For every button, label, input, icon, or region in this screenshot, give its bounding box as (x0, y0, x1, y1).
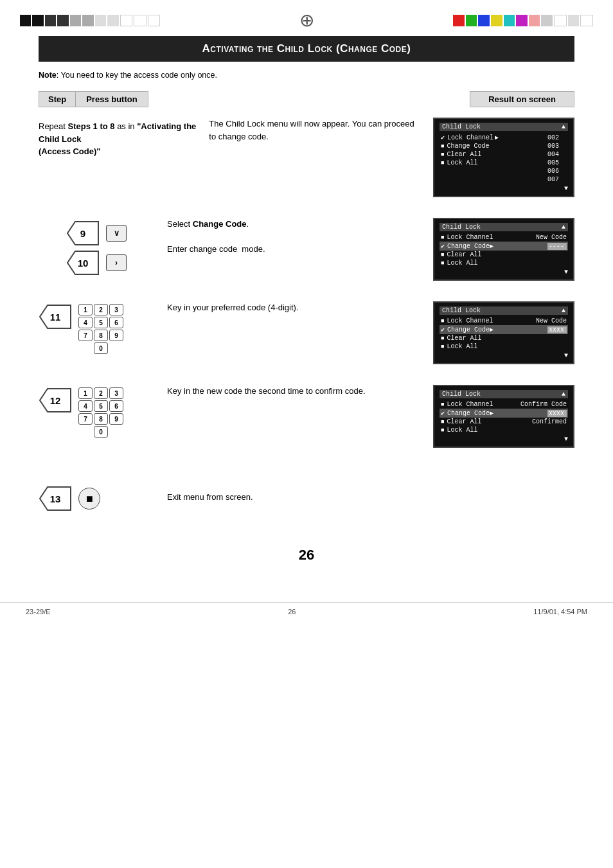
key-3[interactable]: 3 (109, 387, 123, 399)
numpad-12: 1 2 3 4 5 6 7 8 9 0 (78, 387, 123, 438)
footer-right: 11/9/01, 4:54 PM (533, 608, 587, 616)
key-8[interactable]: 8 (94, 413, 108, 425)
key-1[interactable]: 1 (78, 387, 93, 399)
header-row: Step Press button Result on screen (39, 91, 574, 107)
color-swatch (32, 15, 43, 26)
tv-screen-3: Child Lock ▲ ■ Lock Channel New Code ✔ C… (433, 301, 574, 364)
key-5[interactable]: 5 (94, 317, 108, 328)
menu-item: ✔ Lock Channel ▶ 002 (440, 133, 568, 142)
tv-screen-4: Child Lock ▲ ■ Lock Channel Confirm Code… (433, 385, 574, 448)
color-swatch (45, 15, 56, 26)
menu-item: ■ Lock Channel New Code (440, 317, 568, 325)
crosshair-icon: ⊕ (299, 12, 314, 30)
menu-item: ■ Clear All Confirmed (440, 418, 568, 426)
key-8[interactable]: 8 (94, 330, 108, 341)
step-row-12: 12 1 2 3 4 5 6 7 8 9 0 Key in the new co… (39, 385, 574, 448)
color-swatch (82, 15, 93, 26)
color-swatch (580, 15, 593, 26)
page-number: 26 (39, 547, 574, 563)
menu-item: ■ Change Code 003 (440, 142, 568, 150)
color-swatch (529, 15, 540, 26)
step-intro-text: Repeat Steps 1 to 8 as in "Activating th… (39, 120, 196, 158)
key-7[interactable]: 7 (78, 413, 93, 425)
note-label: Note (39, 71, 57, 80)
step-9-10-desc: Select Change Code.Enter change code mod… (154, 218, 433, 256)
color-swatch (148, 15, 160, 26)
key-0[interactable]: 0 (94, 342, 108, 354)
v-button[interactable]: ∨ (106, 225, 127, 242)
key-2[interactable]: 2 (94, 387, 108, 399)
color-swatch (466, 15, 477, 26)
color-swatch (541, 15, 553, 26)
menu-item-selected: ✔ Change Code ▶ ---- (440, 242, 568, 251)
step-13-badge: 13 (39, 486, 72, 511)
key-0[interactable]: 0 (94, 426, 108, 438)
step-9-10-screen: Child Lock ▲ ■ Lock Channel New Code ✔ C… (433, 218, 574, 281)
step-row-9-10: 9 ∨ 10 › Select Change Code.Enter change… (39, 218, 574, 281)
key-4[interactable]: 4 (78, 317, 93, 328)
color-swatch (504, 15, 515, 26)
footer-center: 26 (288, 608, 296, 616)
step-intro-desc: The Child Lock menu will now appear. You… (196, 118, 433, 143)
step-11-screen: Child Lock ▲ ■ Lock Channel New Code ✔ C… (433, 301, 574, 364)
step-12-screen: Child Lock ▲ ■ Lock Channel Confirm Code… (433, 385, 574, 448)
menu-item-selected: ✔ Change Code ▶ xxxx (440, 409, 568, 418)
header-result: Result on screen (470, 91, 574, 107)
color-swatch (70, 15, 81, 26)
step-intro-screen: Child Lock ▲ ✔ Lock Channel ▶ 002 ■ Chan… (433, 118, 574, 197)
header-step: Step (39, 91, 75, 107)
step-10-badge: 10 (66, 250, 100, 276)
menu-title: Child Lock ▲ (440, 306, 568, 315)
color-swatch (134, 15, 146, 26)
step-intro-left: Repeat Steps 1 to 8 as in "Activating th… (39, 118, 196, 158)
arrow-down: ▼ (440, 269, 568, 276)
menu-item: ■ Clear All (440, 251, 568, 259)
key-2[interactable]: 2 (94, 304, 108, 315)
arrow-down: ▼ (440, 436, 568, 443)
key-1[interactable]: 1 (78, 304, 93, 315)
key-9[interactable]: 9 (109, 413, 123, 425)
color-strip-right (452, 15, 594, 26)
menu-item: ■ Lock Channel New Code (440, 233, 568, 242)
step-13-desc: Exit menu from screen. (154, 491, 433, 504)
key-5[interactable]: 5 (94, 400, 108, 412)
step-9-10-left: 9 ∨ 10 › (39, 218, 154, 276)
key-7[interactable]: 7 (78, 330, 93, 341)
color-swatch (107, 15, 118, 26)
step-12-desc: Key in the new code the second time to c… (154, 385, 433, 398)
step-9-badge: 9 (66, 220, 100, 246)
color-swatch (568, 15, 580, 26)
key-9[interactable]: 9 (109, 330, 123, 341)
step-11-badge: 11 (39, 304, 72, 330)
exit-button[interactable]: ⏹ (78, 488, 100, 509)
step-11-left: 11 1 2 3 4 5 6 7 8 9 0 (39, 301, 154, 354)
color-swatch (95, 15, 106, 26)
menu-item: ■ Clear All 004 (440, 150, 568, 159)
menu-item: ■ Lock All 005 (440, 159, 568, 167)
numpad-11: 1 2 3 4 5 6 7 8 9 0 (78, 304, 123, 354)
color-swatch (478, 15, 490, 26)
header-press: Press button (75, 91, 148, 107)
color-swatch (554, 15, 567, 26)
menu-item: ■ Lock Channel Confirm Code (440, 400, 568, 409)
color-swatch (57, 15, 68, 26)
menu-item: ■ Clear All (440, 334, 568, 342)
step-row-intro: Repeat Steps 1 to 8 as in "Activating th… (39, 118, 574, 197)
color-swatch (453, 15, 465, 26)
tv-screen-1: Child Lock ▲ ✔ Lock Channel ▶ 002 ■ Chan… (433, 118, 574, 197)
key-6[interactable]: 6 (109, 317, 123, 328)
step-11-desc: Key in your preferred code (4-digit). (154, 301, 433, 314)
color-strip-left (19, 15, 161, 26)
menu-title: Child Lock ▲ (440, 123, 568, 131)
menu-item: 006 (440, 167, 568, 175)
menu-item: ■ Lock All (440, 426, 568, 434)
step-13-left: 13 ⏹ (39, 483, 154, 511)
key-4[interactable]: 4 (78, 400, 93, 412)
footer: 23-29/E 26 11/9/01, 4:54 PM (0, 602, 613, 616)
color-swatch (120, 15, 132, 26)
right-button[interactable]: › (106, 254, 127, 271)
menu-item: ■ Lock All (440, 342, 568, 351)
key-6[interactable]: 6 (109, 400, 123, 412)
key-3[interactable]: 3 (109, 304, 123, 315)
menu-title: Child Lock ▲ (440, 390, 568, 398)
